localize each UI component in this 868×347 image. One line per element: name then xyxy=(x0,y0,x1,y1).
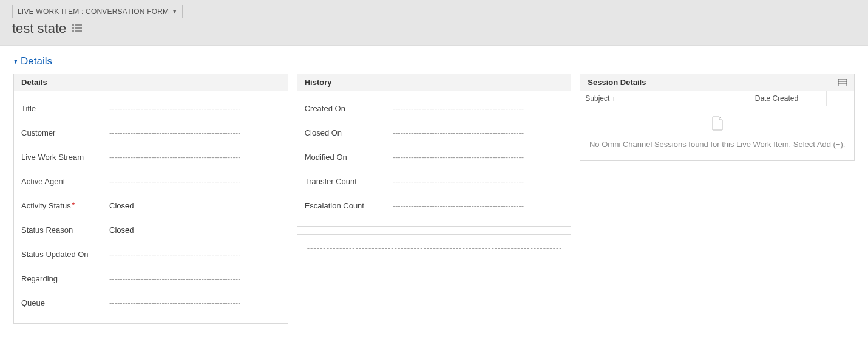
caret-down-icon: ▼ xyxy=(172,9,177,15)
columns-layout: Details Title --------------------------… xyxy=(13,74,855,324)
field-label: Regarding xyxy=(21,274,109,283)
list-icon[interactable] xyxy=(72,24,82,33)
field-label: Modified On xyxy=(305,153,393,162)
session-columns: Subject ↑ Date Created xyxy=(580,91,854,106)
field-created-on[interactable]: Created On -----------------------------… xyxy=(305,96,564,120)
field-value: Closed xyxy=(109,224,280,236)
col-details: Details Title --------------------------… xyxy=(13,74,288,324)
form-selector[interactable]: LIVE WORK ITEM : CONVERSATION FORM ▼ xyxy=(12,5,183,18)
field-status-reason[interactable]: Status Reason Closed xyxy=(21,218,280,242)
svg-rect-6 xyxy=(838,79,847,86)
field-closed-on[interactable]: Closed On ------------------------------… xyxy=(305,120,564,145)
empty-value: ----------------------------------------… xyxy=(393,200,564,211)
session-panel: Session Details Subject xyxy=(580,74,855,161)
empty-value: ----------------------------------------… xyxy=(393,176,564,187)
field-status-updated-on[interactable]: Status Updated On ----------------------… xyxy=(21,242,280,266)
empty-value: ----------------------------------------… xyxy=(109,297,280,309)
history-panel-header: History xyxy=(297,74,571,91)
field-label: Status Reason xyxy=(21,225,109,235)
grid-view-icon[interactable] xyxy=(838,79,847,86)
field-transfer-count[interactable]: Transfer Count -------------------------… xyxy=(305,169,564,193)
field-escalation-count[interactable]: Escalation Count -----------------------… xyxy=(305,193,564,218)
column-subject[interactable]: Subject ↑ xyxy=(580,91,750,106)
document-icon xyxy=(711,116,724,132)
details-panel-body: Title ----------------------------------… xyxy=(14,91,288,323)
field-label: Activity Status* xyxy=(21,201,109,210)
details-panel: Details Title --------------------------… xyxy=(13,74,288,324)
field-label: Closed On xyxy=(305,128,393,137)
field-value: Closed xyxy=(109,200,280,211)
form-header: LIVE WORK ITEM : CONVERSATION FORM ▼ tes… xyxy=(0,0,868,46)
column-spacer xyxy=(827,91,854,106)
history-panel-body: Created On -----------------------------… xyxy=(297,91,571,226)
history-panel: History Created On ---------------------… xyxy=(297,74,572,227)
form-type-label: LIVE WORK ITEM : CONVERSATION FORM xyxy=(18,7,169,16)
column-label: Subject xyxy=(585,94,609,103)
column-label: Date Created xyxy=(755,94,798,103)
section-toggle-details[interactable]: ▶ Details xyxy=(13,55,855,67)
details-panel-title: Details xyxy=(21,78,47,87)
sort-asc-icon: ↑ xyxy=(612,95,615,102)
empty-value: ----------------------------------------… xyxy=(109,273,280,284)
record-title: test state xyxy=(12,21,66,36)
field-label: Active Agent xyxy=(21,177,109,186)
empty-value: ----------------------------------------… xyxy=(393,103,564,114)
empty-value: ----------------------------------------… xyxy=(307,242,561,253)
empty-value: ----------------------------------------… xyxy=(109,103,280,114)
field-queue[interactable]: Queue ----------------------------------… xyxy=(21,290,280,315)
main-content: ▶ Details Details Title ----------------… xyxy=(4,49,864,336)
history-panel-title: History xyxy=(305,78,332,87)
col-history: History Created On ---------------------… xyxy=(297,74,572,261)
empty-value: ----------------------------------------… xyxy=(393,151,564,163)
empty-value: ----------------------------------------… xyxy=(109,176,280,187)
empty-message: No Omni Channel Sessions found for this … xyxy=(586,139,848,151)
field-label: Created On xyxy=(305,104,393,113)
field-regarding[interactable]: Regarding ------------------------------… xyxy=(21,266,280,290)
details-panel-header: Details xyxy=(14,74,288,91)
field-label: Queue xyxy=(21,298,109,307)
section-caret-icon: ▶ xyxy=(13,59,18,64)
field-label: Escalation Count xyxy=(305,201,393,210)
empty-value: ----------------------------------------… xyxy=(393,127,564,139)
field-label: Live Work Stream xyxy=(21,153,109,162)
session-empty-state: No Omni Channel Sessions found for this … xyxy=(580,106,854,160)
field-label: Title xyxy=(21,104,109,113)
record-title-row: test state xyxy=(12,21,856,36)
field-title[interactable]: Title ----------------------------------… xyxy=(21,96,280,120)
extra-empty-panel[interactable]: ----------------------------------------… xyxy=(297,234,572,261)
field-label: Status Updated On xyxy=(21,250,109,259)
column-date-created[interactable]: Date Created xyxy=(750,91,827,106)
empty-value: ----------------------------------------… xyxy=(109,127,280,139)
field-label: Transfer Count xyxy=(305,177,393,186)
field-active-agent[interactable]: Active Agent ---------------------------… xyxy=(21,169,280,193)
field-modified-on[interactable]: Modified On ----------------------------… xyxy=(305,145,564,169)
col-session: Session Details Subject xyxy=(580,74,855,161)
empty-value: ----------------------------------------… xyxy=(109,249,280,260)
field-customer[interactable]: Customer -------------------------------… xyxy=(21,120,280,145)
session-panel-header: Session Details xyxy=(580,74,854,91)
field-label: Customer xyxy=(21,128,109,137)
empty-value: ----------------------------------------… xyxy=(109,151,280,163)
section-title: Details xyxy=(21,55,52,67)
session-panel-title: Session Details xyxy=(588,78,646,87)
required-icon: * xyxy=(72,201,75,208)
field-live-work-stream[interactable]: Live Work Stream -----------------------… xyxy=(21,145,280,169)
field-activity-status[interactable]: Activity Status* Closed xyxy=(21,193,280,218)
